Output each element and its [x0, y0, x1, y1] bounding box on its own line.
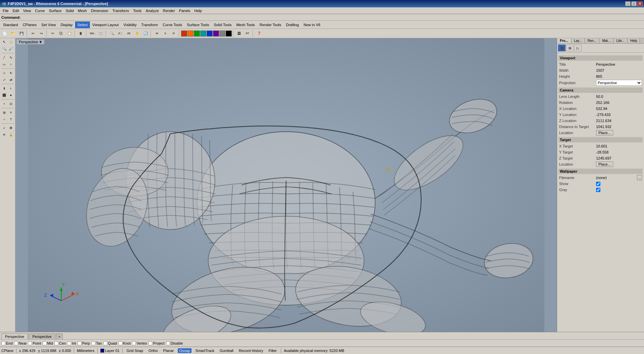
viewport-tab-perspective1[interactable]: Perspective [1, 334, 28, 339]
zoom-button[interactable]: 🔍 [108, 30, 116, 37]
rotate-button[interactable]: ↻ [8, 70, 14, 76]
snap-int[interactable]: Int [67, 341, 76, 345]
menu-view[interactable]: View [21, 8, 33, 13]
text-button[interactable]: T [8, 116, 14, 122]
zoom-window-button[interactable]: Z⬚ [116, 30, 124, 37]
lock-button[interactable]: 🔒 [8, 131, 14, 138]
tab-viewport-layout[interactable]: Viewport Layout [90, 21, 121, 28]
snap-int-checkbox[interactable] [67, 341, 71, 345]
select-window-button[interactable]: ⬚ [8, 39, 14, 45]
snap-vertex[interactable]: Vertex [132, 341, 147, 345]
menu-dimension[interactable]: Dimension [89, 8, 110, 13]
check-button[interactable]: ✓ [1, 125, 7, 131]
select-all-button[interactable]: SEL [88, 30, 96, 37]
delete-button[interactable]: 🗑 [77, 30, 85, 37]
snap-near-checkbox[interactable] [14, 341, 18, 345]
panel-tab-libraries[interactable]: Libr... [613, 38, 627, 43]
menu-render[interactable]: Render [161, 8, 177, 13]
wallpaper-gray-checkbox[interactable] [596, 188, 600, 192]
color-purple-button[interactable] [213, 31, 219, 37]
zoom-extents-button[interactable]: ZE [125, 30, 133, 37]
osnap-button[interactable]: Osnap [178, 348, 191, 353]
snap-tan-checkbox[interactable] [91, 341, 95, 345]
wireframe-button[interactable]: W [153, 30, 161, 37]
snap-point[interactable]: Point [28, 341, 41, 345]
draw-rect-button[interactable]: ▭ [1, 61, 7, 67]
filter-button[interactable]: Filter [267, 348, 278, 353]
menu-edit[interactable]: Edit [11, 8, 21, 13]
snap-project[interactable]: Project [148, 341, 164, 345]
tab-display[interactable]: Display [58, 21, 75, 28]
select-objects-button[interactable]: ↖ [1, 39, 7, 45]
tab-drafting[interactable]: Drafting [283, 21, 301, 28]
new-file-button[interactable]: 📄 [1, 30, 9, 37]
smarttrack-button[interactable]: SmartTrack [194, 348, 216, 353]
snap-tan[interactable]: Tan [91, 341, 102, 345]
close-button[interactable]: ✕ [637, 1, 643, 6]
snap-point-checkbox[interactable] [28, 341, 32, 345]
tab-new-in-v6[interactable]: New in V6 [301, 21, 323, 28]
snap-disable-checkbox[interactable] [166, 341, 170, 345]
menu-help[interactable]: Help [192, 8, 204, 13]
menu-mesh[interactable]: Mesh [76, 8, 89, 13]
viewport-tab-add-button[interactable]: + [56, 334, 63, 339]
color-gray-button[interactable] [219, 31, 225, 37]
viewport-tab-perspective2[interactable]: Perspective [29, 334, 55, 339]
snap-cen[interactable]: Cen [54, 341, 66, 345]
gumball-button[interactable]: Gumball [218, 348, 235, 353]
snap-end[interactable]: End [1, 341, 13, 345]
window-select-button[interactable]: ⬚ [97, 30, 105, 37]
panel-camera-icon-btn[interactable]: 🎥 [558, 45, 566, 51]
snap-near[interactable]: Near [14, 341, 27, 345]
copy-button[interactable]: ⿻ [57, 30, 65, 37]
ortho-button[interactable]: Ortho [147, 348, 159, 353]
zoom-out-button[interactable]: 🔎 [8, 46, 14, 52]
pan-button[interactable]: ✋ [133, 30, 141, 37]
tab-render-tools[interactable]: Render Tools [257, 21, 284, 28]
color-orange-button[interactable] [187, 31, 194, 37]
dim-button[interactable]: ↔ [1, 116, 7, 122]
snap-mid-checkbox[interactable] [43, 341, 47, 345]
tab-curve-tools[interactable]: Curve Tools [160, 21, 184, 28]
snap-toggle-button[interactable]: S [8, 109, 14, 116]
menu-surface[interactable]: Surface [47, 8, 64, 13]
render-button[interactable]: 🖼 [235, 30, 243, 37]
color-teal-button[interactable] [200, 31, 206, 37]
render-preview-button[interactable]: R [170, 30, 178, 37]
snap-project-checkbox[interactable] [148, 341, 152, 345]
title-bar-controls[interactable]: ─ □ ✕ [625, 1, 643, 6]
menu-curve[interactable]: Curve [33, 8, 47, 13]
prop-projection-select[interactable]: Perspective Parallel Two Point Perspecti… [596, 80, 642, 86]
color-blue-button[interactable] [207, 31, 213, 37]
panel-grid-icon-btn[interactable]: ⊞ [566, 45, 574, 51]
tab-mesh-tools[interactable]: Mesh Tools [234, 21, 257, 28]
place-camera-button[interactable]: Place... [596, 130, 613, 135]
sphere-button[interactable]: ● [8, 92, 14, 98]
menu-tools[interactable]: Tools [131, 8, 144, 13]
cut-button[interactable]: ✂ [49, 30, 57, 37]
snap-knot[interactable]: Knot [118, 341, 131, 345]
draw-circle-button[interactable]: ○ [8, 61, 14, 67]
record-history-button[interactable]: Record History [237, 348, 265, 353]
snap-quad[interactable]: Quad [103, 341, 117, 345]
wallpaper-show-checkbox[interactable] [596, 182, 600, 186]
loft-button[interactable]: L [8, 85, 14, 92]
grid-snap-button[interactable]: Grid Snap [125, 348, 145, 353]
tab-surface-tools[interactable]: Surface Tools [184, 21, 211, 28]
tab-standard[interactable]: Standard [1, 21, 20, 28]
planar-button[interactable]: Planar [162, 348, 175, 353]
grid-toggle-button[interactable]: ⊞ [1, 109, 7, 116]
redo-button[interactable]: ↪ [37, 30, 45, 37]
shaded-button[interactable]: S [161, 30, 169, 37]
color-black-button[interactable] [226, 31, 232, 37]
panel-tab-materials[interactable]: Mat... [599, 38, 613, 43]
tab-solid-tools[interactable]: Solid Tools [211, 21, 234, 28]
paste-button[interactable]: 📋 [65, 30, 73, 37]
panel-tab-help[interactable]: Help [628, 38, 640, 43]
snap-perp[interactable]: Perp [77, 341, 90, 345]
panel-tab-layers[interactable]: Lay... [571, 38, 585, 43]
snap-end-checkbox[interactable] [1, 341, 5, 345]
maximize-button[interactable]: □ [631, 1, 637, 6]
tab-select[interactable]: Select [75, 21, 90, 28]
draw-curve-button[interactable]: ∿ [8, 54, 14, 61]
